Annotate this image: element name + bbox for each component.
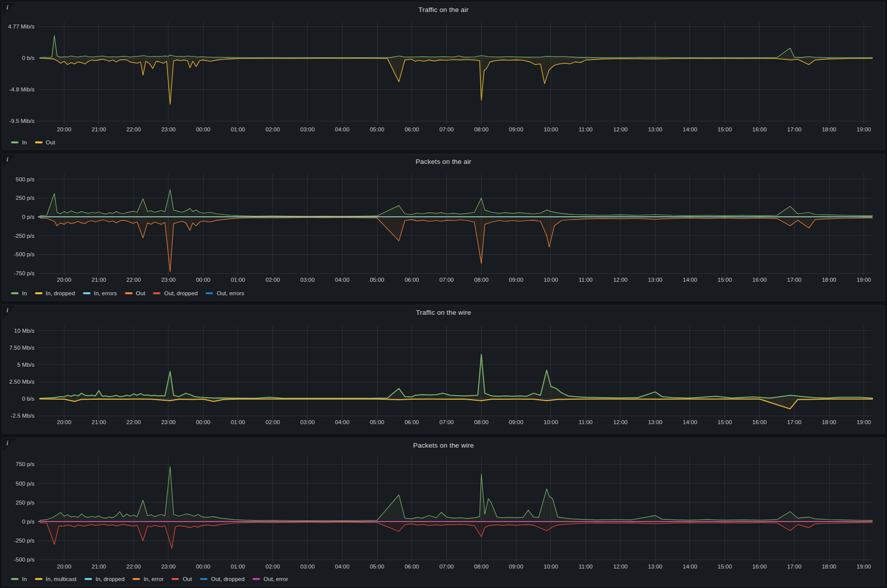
svg-text:500 p/s: 500 p/s (16, 176, 34, 182)
svg-text:250 p/s: 250 p/s (16, 500, 34, 506)
legend-color-swatch (84, 578, 92, 580)
svg-text:05:00: 05:00 (370, 126, 384, 132)
svg-text:09:00: 09:00 (509, 277, 524, 283)
y-axis-labels: 10 Mb/s7.50 Mb/s5 Mb/s2.50 Mb/s0 b/s-2.5… (10, 328, 35, 419)
legend-color-swatch (35, 292, 42, 294)
x-axis-labels: 20:0021:0022:0023:0000:0001:0002:0003:00… (57, 564, 871, 570)
chart-canvas[interactable]: 10 Mb/s7.50 Mb/s5 Mb/s2.50 Mb/s0 b/s-2.5… (2, 305, 884, 433)
y-axis-labels: 4.77 Mib/s0 b/s-4.8 Mib/s-9.5 Mib/s (8, 23, 34, 124)
legend-color-swatch (35, 578, 42, 580)
legend-item[interactable]: Out (172, 576, 192, 582)
legend-item[interactable]: In, multicast (35, 576, 76, 582)
svg-text:16:00: 16:00 (752, 126, 767, 132)
svg-text:14:00: 14:00 (683, 126, 698, 132)
gridlines (38, 22, 872, 124)
legend-label: In, dropped (96, 576, 124, 582)
svg-text:14:00: 14:00 (683, 277, 698, 283)
chart-canvas[interactable]: 500 p/s250 p/s0 p/s-250 p/s-500 p/s-750 … (2, 154, 884, 300)
svg-text:02:00: 02:00 (266, 419, 280, 425)
svg-text:06:00: 06:00 (404, 126, 419, 132)
legend-item[interactable]: In (11, 290, 27, 296)
time-series-chart[interactable]: 10 Mb/s7.50 Mb/s5 Mb/s2.50 Mb/s0 b/s-2.5… (2, 305, 884, 433)
time-series-chart[interactable]: 500 p/s250 p/s0 p/s-250 p/s-500 p/s-750 … (2, 154, 884, 300)
legend-label: Out (182, 576, 192, 582)
series-in (40, 190, 873, 217)
svg-text:12:00: 12:00 (613, 277, 628, 283)
svg-text:06:00: 06:00 (404, 277, 419, 283)
x-axis-labels: 20:0021:0022:0023:0000:0001:0002:0003:00… (57, 126, 871, 132)
svg-text:13:00: 13:00 (648, 419, 662, 425)
legend-color-swatch (35, 141, 42, 143)
svg-text:-250 p/s: -250 p/s (14, 233, 34, 239)
time-series-chart[interactable]: 4.77 Mib/s0 b/s-4.8 Mib/s-9.5 Mib/s20:00… (2, 2, 884, 149)
svg-text:09:00: 09:00 (509, 419, 524, 425)
svg-text:10 Mb/s: 10 Mb/s (14, 328, 34, 334)
svg-text:04:00: 04:00 (335, 277, 350, 283)
svg-text:-4.8 Mib/s: -4.8 Mib/s (10, 86, 35, 92)
series-in (40, 355, 873, 399)
svg-text:11:00: 11:00 (578, 126, 592, 132)
legend-label: In (22, 576, 27, 582)
svg-text:22:00: 22:00 (126, 277, 141, 283)
svg-text:18:00: 18:00 (822, 126, 836, 132)
svg-text:10:00: 10:00 (544, 564, 558, 570)
legend-item[interactable]: In, error (132, 576, 164, 582)
legend-item[interactable]: Out, dropped (153, 290, 198, 296)
legend-item[interactable]: Out, errors (206, 290, 244, 296)
series-out (40, 399, 873, 409)
svg-text:0 b/s: 0 b/s (22, 396, 34, 402)
legend-label: In, dropped (46, 290, 75, 296)
legend-item[interactable]: Out, error (252, 576, 288, 582)
svg-text:00:00: 00:00 (196, 419, 210, 425)
svg-text:01:00: 01:00 (230, 126, 245, 132)
svg-text:17:00: 17:00 (787, 419, 802, 425)
svg-text:13:00: 13:00 (648, 126, 662, 132)
svg-text:11:00: 11:00 (578, 419, 592, 425)
svg-text:5 Mb/s: 5 Mb/s (17, 362, 34, 368)
svg-text:21:00: 21:00 (92, 277, 106, 283)
svg-text:12:00: 12:00 (613, 126, 628, 132)
chart-canvas[interactable]: 4.77 Mib/s0 b/s-4.8 Mib/s-9.5 Mib/s20:00… (2, 2, 884, 149)
svg-text:20:00: 20:00 (57, 126, 72, 132)
svg-text:-500 p/s: -500 p/s (14, 251, 34, 257)
legend-item[interactable]: In, dropped (84, 576, 124, 582)
svg-text:07:00: 07:00 (440, 419, 454, 425)
svg-text:500 p/s: 500 p/s (16, 481, 34, 487)
svg-text:05:00: 05:00 (370, 419, 384, 425)
legend-label: In, errors (94, 290, 117, 296)
time-series-chart[interactable]: 750 p/s500 p/s250 p/s0 p/s-250 p/s-500 p… (2, 438, 884, 586)
legend-item[interactable]: In (11, 139, 27, 145)
panel-title[interactable]: Packets on the wire (2, 442, 884, 449)
legend-color-swatch (11, 292, 18, 294)
grafana-dashboard: i Traffic on the air 4.77 Mib/s0 b/s-4.8… (0, 0, 887, 588)
svg-text:02:00: 02:00 (266, 126, 280, 132)
legend-item[interactable]: Out (125, 290, 146, 296)
svg-text:11:00: 11:00 (578, 564, 592, 570)
svg-text:17:00: 17:00 (787, 564, 802, 570)
svg-text:20:00: 20:00 (57, 564, 72, 570)
svg-text:14:00: 14:00 (683, 564, 698, 570)
chart-canvas[interactable]: 750 p/s500 p/s250 p/s0 p/s-250 p/s-500 p… (2, 438, 884, 586)
legend-item[interactable]: Out (35, 139, 56, 145)
svg-text:16:00: 16:00 (752, 564, 767, 570)
legend: InIn, multicastIn, droppedIn, errorOutOu… (11, 575, 288, 584)
svg-text:03:00: 03:00 (300, 419, 315, 425)
svg-text:750 p/s: 750 p/s (16, 461, 34, 467)
svg-text:09:00: 09:00 (509, 126, 524, 132)
panel-title[interactable]: Traffic on the wire (2, 309, 884, 316)
legend-item[interactable]: In, dropped (35, 290, 75, 296)
panel-traffic-on-the-wire: i Traffic on the wire 10 Mb/s7.50 Mb/s5 … (2, 305, 885, 434)
panel-title[interactable]: Packets on the air (2, 158, 884, 165)
legend-label: Out (46, 139, 56, 145)
legend-item[interactable]: In, errors (83, 290, 117, 296)
legend-item[interactable]: In (11, 576, 27, 582)
svg-text:20:00: 20:00 (57, 277, 72, 283)
legend-item[interactable]: Out, dropped (200, 576, 244, 582)
series-out (40, 58, 873, 104)
panel-title[interactable]: Traffic on the air (2, 6, 884, 13)
gridlines (38, 457, 872, 563)
svg-text:13:00: 13:00 (648, 564, 662, 570)
legend-color-swatch (83, 292, 90, 294)
svg-text:23:00: 23:00 (161, 126, 176, 132)
legend-label: In, error (144, 576, 164, 582)
